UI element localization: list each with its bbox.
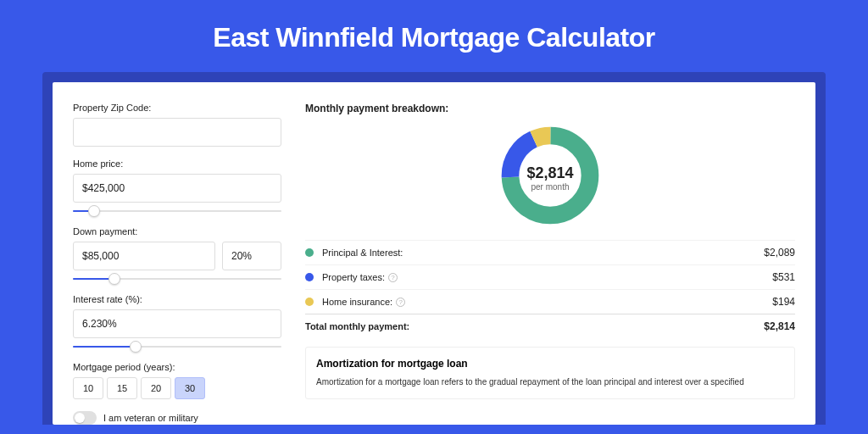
breakdown-title: Monthly payment breakdown:: [305, 103, 795, 114]
interest-slider[interactable]: [73, 340, 281, 353]
row-insurance-label: Home insurance: ?: [322, 297, 772, 307]
row-insurance: Home insurance: ? $194: [305, 289, 795, 314]
donut-chart: $2,814 per month: [305, 123, 795, 233]
row-principal: Principal & Interest: $2,089: [305, 240, 795, 264]
amortization-box: Amortization for mortgage loan Amortizat…: [305, 347, 795, 399]
home-price-field: Home price:: [73, 159, 281, 203]
row-principal-label: Principal & Interest:: [322, 248, 764, 258]
form-panel: Property Zip Code: Home price: Down paym…: [53, 82, 290, 425]
period-10[interactable]: 10: [73, 377, 103, 399]
down-payment-pct-input[interactable]: [222, 242, 281, 270]
period-15[interactable]: 15: [107, 377, 137, 399]
amortization-title: Amortization for mortgage loan: [316, 358, 784, 370]
donut-center: $2,814 per month: [526, 164, 573, 192]
down-payment-input[interactable]: [73, 242, 215, 270]
down-payment-label: Down payment:: [73, 226, 281, 236]
dot-icon: [305, 273, 314, 281]
period-buttons: 10 15 20 30: [73, 377, 281, 399]
period-20[interactable]: 20: [141, 377, 171, 399]
interest-input[interactable]: [73, 309, 281, 338]
row-taxes-label: Property taxes: ?: [322, 272, 772, 282]
dot-icon: [305, 248, 314, 257]
zip-label: Property Zip Code:: [73, 103, 281, 113]
info-icon[interactable]: ?: [396, 298, 405, 307]
card-frame: Property Zip Code: Home price: Down paym…: [42, 72, 826, 425]
breakdown-panel: Monthly payment breakdown: $2,814 per mo…: [290, 82, 815, 425]
zip-input[interactable]: [73, 118, 281, 147]
info-icon[interactable]: ?: [388, 273, 398, 282]
donut-label: per month: [526, 182, 573, 192]
row-total-label: Total monthly payment:: [305, 321, 764, 331]
interest-field: Interest rate (%):: [73, 294, 281, 338]
period-label: Mortgage period (years):: [73, 362, 281, 372]
amortization-desc: Amortization for a mortgage loan refers …: [316, 376, 784, 388]
interest-label: Interest rate (%):: [73, 294, 281, 304]
donut-value: $2,814: [526, 164, 573, 182]
veteran-label: I am veteran or military: [103, 413, 198, 423]
row-total: Total monthly payment: $2,814: [305, 314, 795, 338]
home-price-label: Home price:: [73, 159, 281, 169]
period-field: Mortgage period (years): 10 15 20 30: [73, 362, 281, 399]
period-30[interactable]: 30: [175, 377, 205, 399]
row-insurance-value: $194: [772, 296, 795, 308]
home-price-slider[interactable]: [73, 204, 281, 218]
calculator-card: Property Zip Code: Home price: Down paym…: [53, 82, 815, 425]
veteran-toggle[interactable]: [73, 411, 97, 425]
down-payment-slider[interactable]: [73, 272, 281, 286]
row-total-value: $2,814: [764, 320, 795, 332]
home-price-input[interactable]: [73, 174, 281, 203]
dot-icon: [305, 298, 314, 306]
zip-field: Property Zip Code:: [73, 103, 281, 147]
row-principal-value: $2,089: [764, 247, 795, 259]
down-payment-field: Down payment:: [73, 226, 281, 270]
row-taxes-value: $531: [772, 271, 795, 283]
row-taxes: Property taxes: ? $531: [305, 264, 795, 289]
veteran-row: I am veteran or military: [73, 411, 281, 425]
page-title: East Winnfield Mortgage Calculator: [42, 0, 826, 72]
